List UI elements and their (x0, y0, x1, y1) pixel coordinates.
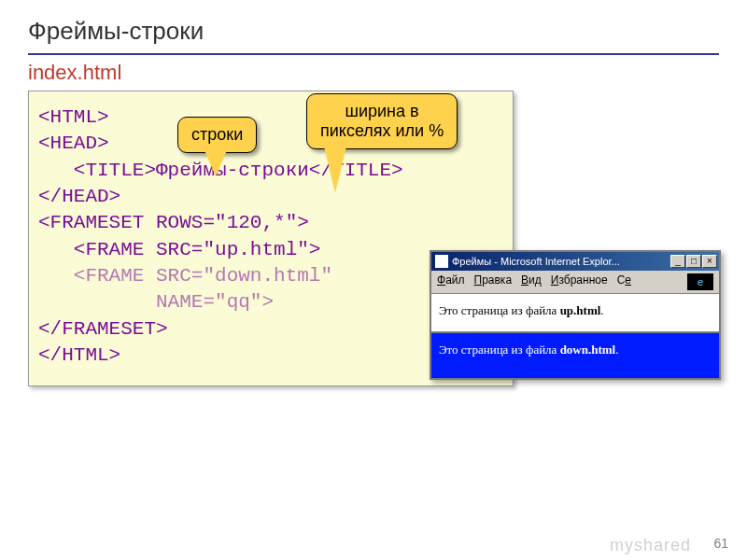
ie-menu: Файл Правка Вид Избранное Се e (431, 271, 719, 294)
watermark: myshared (610, 536, 691, 555)
close-button[interactable]: × (702, 255, 717, 268)
menu-edit[interactable]: Правка (474, 273, 513, 290)
window-controls: _ □ × (670, 255, 717, 268)
page-number: 61 (713, 536, 728, 551)
filename-label: index.html (0, 61, 747, 85)
ie-titlebar: Фреймы - Microsoft Internet Explor... _ … (431, 252, 719, 271)
callout-rows: строки (177, 117, 257, 153)
ie-logo-icon: e (687, 273, 713, 290)
frame-bottom: Это страница из файла down.html. (431, 333, 719, 378)
frame-top: Это страница из файла up.html. (431, 294, 719, 333)
minimize-button[interactable]: _ (670, 255, 685, 268)
divider (28, 53, 719, 55)
ie-window: Фреймы - Microsoft Internet Explor... _ … (430, 250, 721, 380)
window-title: Фреймы - Microsoft Internet Explor... (452, 256, 620, 267)
callout-width: ширина в пикселях или % (306, 93, 458, 149)
menu-favorites[interactable]: Избранное (551, 273, 608, 290)
menu-file[interactable]: Файл (437, 273, 465, 290)
ie-page-icon (435, 255, 448, 268)
ie-body: Это страница из файла up.html. Это стран… (431, 294, 719, 378)
slide-title: Фреймы-строки (0, 0, 747, 53)
menu-view[interactable]: Вид (521, 273, 542, 290)
maximize-button[interactable]: □ (686, 255, 701, 268)
menu-more[interactable]: Се (617, 273, 631, 290)
